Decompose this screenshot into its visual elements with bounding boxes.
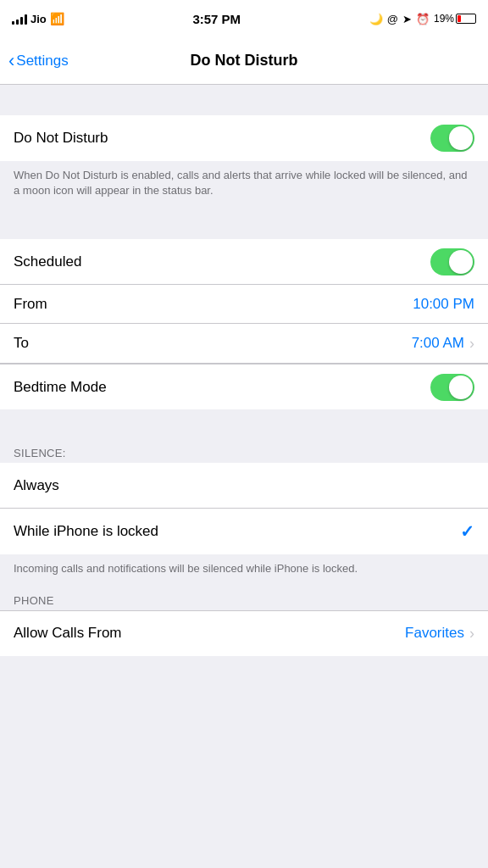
compass-icon: ➤: [402, 13, 412, 25]
from-to-container[interactable]: From 10:00 PM To 7:00 AM ›: [0, 285, 488, 364]
back-button[interactable]: ‹ Settings: [8, 52, 69, 70]
battery-fill: [458, 15, 461, 22]
phone-section-label: PHONE: [0, 587, 488, 610]
scheduled-toggle-cell: Scheduled: [0, 239, 488, 285]
phone-section: Allow Calls From Favorites ›: [0, 610, 488, 656]
allow-calls-label: Allow Calls From: [14, 625, 122, 642]
to-row: To 7:00 AM ›: [0, 324, 488, 363]
from-row: From 10:00 PM: [0, 285, 488, 324]
from-time: 10:00 PM: [413, 296, 474, 313]
from-to-chevron-icon: ›: [469, 335, 474, 353]
allow-calls-cell[interactable]: Allow Calls From Favorites ›: [0, 610, 488, 656]
bedtime-label: Bedtime Mode: [14, 379, 107, 396]
dnd-toggle-cell: Do Not Disturb: [0, 115, 488, 161]
bedtime-toggle-knob: [449, 376, 473, 399]
dnd-toggle[interactable]: [430, 125, 474, 152]
from-label: From: [14, 296, 47, 313]
alarm-icon: ⏰: [416, 13, 430, 25]
scheduled-toggle[interactable]: [430, 248, 474, 275]
while-locked-cell[interactable]: While iPhone is locked ✓: [0, 509, 488, 554]
status-left: Jio 📶: [12, 12, 64, 25]
status-bar: Jio 📶 3:57 PM 🌙 @ ➤ ⏰ 19%: [0, 0, 488, 37]
battery-icon: [456, 14, 476, 24]
time-display: 3:57 PM: [192, 12, 241, 26]
scheduled-label: Scheduled: [14, 253, 81, 270]
allow-calls-chevron-icon: ›: [469, 625, 474, 643]
to-time: 7:00 AM: [412, 335, 464, 352]
location-icon: @: [387, 13, 398, 25]
always-cell[interactable]: Always: [0, 463, 488, 509]
wifi-icon: 📶: [50, 12, 64, 25]
scheduled-toggle-knob: [449, 250, 473, 274]
battery-pct-label: 19%: [434, 13, 454, 25]
silence-footer: Incoming calls and notifications will be…: [0, 554, 488, 587]
signal-bars: [12, 13, 27, 25]
silence-section-label: SILENCE:: [0, 440, 488, 463]
while-locked-label: While iPhone is locked: [14, 523, 158, 540]
battery-container: 19%: [434, 13, 476, 25]
scheduled-section: Scheduled From 10:00 PM To 7:00 AM › Bed…: [0, 239, 488, 409]
carrier-label: Jio: [30, 13, 47, 25]
back-arrow-icon: ‹: [8, 52, 14, 70]
dnd-label: Do Not Disturb: [14, 130, 108, 147]
always-label: Always: [14, 477, 59, 494]
status-right: 🌙 @ ➤ ⏰ 19%: [369, 13, 476, 25]
allow-calls-value: Favorites: [405, 625, 464, 642]
silence-section: Always While iPhone is locked ✓: [0, 463, 488, 554]
section-gap-2: [0, 209, 488, 239]
dnd-toggle-knob: [449, 126, 473, 150]
nav-bar: ‹ Settings Do Not Disturb: [0, 37, 488, 85]
bedtime-toggle[interactable]: [430, 374, 474, 401]
allow-calls-value-container: Favorites ›: [405, 625, 474, 643]
from-right: 10:00 PM: [413, 296, 474, 313]
section-gap-1: [0, 85, 488, 115]
checkmark-icon: ✓: [460, 521, 474, 542]
dnd-section: Do Not Disturb: [0, 115, 488, 161]
page-title: Do Not Disturb: [191, 52, 298, 70]
to-label: To: [14, 335, 29, 352]
bedtime-toggle-cell: Bedtime Mode: [0, 364, 488, 409]
section-gap-3: [0, 409, 488, 440]
back-label: Settings: [16, 53, 68, 70]
to-right: 7:00 AM ›: [412, 335, 474, 353]
dnd-footer: When Do Not Disturb is enabled, calls an…: [0, 161, 488, 209]
moon-icon: 🌙: [369, 13, 383, 25]
